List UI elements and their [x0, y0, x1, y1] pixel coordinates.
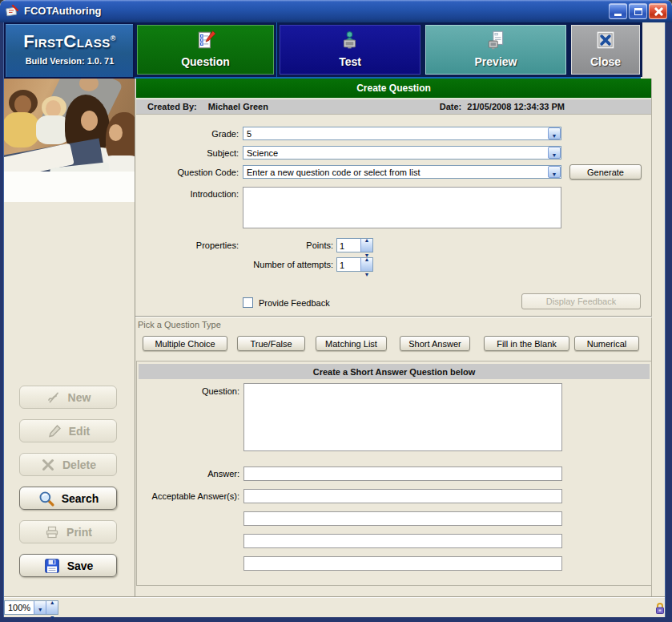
grade-dropdown-button[interactable]: [548, 127, 561, 139]
introduction-label: Introduction:: [136, 189, 239, 199]
sa-answer-field[interactable]: [243, 466, 562, 481]
zoom-control[interactable]: 100%: [4, 600, 58, 615]
points-label: Points:: [240, 240, 333, 250]
window-title: FCOTAuthoring: [24, 0, 102, 22]
short-answer-header: Create a Short Answer Question below: [139, 364, 650, 379]
nav-test-label: Test: [339, 55, 361, 68]
maximize-button[interactable]: [629, 3, 647, 19]
nav-question-label: Question: [181, 55, 230, 68]
minimize-button[interactable]: [609, 3, 627, 19]
spin-up-icon: [364, 231, 370, 245]
type-multiple-choice-button[interactable]: Multiple Choice: [143, 336, 227, 351]
question-code-label: Question Code:: [136, 168, 239, 177]
save-button[interactable]: Save: [19, 554, 117, 577]
lock-icon: [654, 602, 666, 615]
type-fill-in-the-blank-button[interactable]: Fill in the Blank: [484, 336, 569, 351]
subject-label: Subject:: [136, 148, 239, 158]
chevron-down-icon: [552, 127, 557, 141]
delete-button[interactable]: Delete: [19, 453, 117, 476]
delete-x-icon: [40, 457, 56, 473]
sa-acceptable-input-1[interactable]: [244, 491, 561, 504]
spin-up-icon: [50, 593, 55, 608]
sa-acceptable-input-2[interactable]: [244, 514, 561, 527]
nav-question-button[interactable]: Question: [137, 25, 274, 75]
attempts-spin-buttons[interactable]: [360, 258, 372, 271]
search-magnifier-icon: [38, 490, 55, 507]
window-border-right: [665, 22, 672, 622]
question-code-select[interactable]: [243, 165, 561, 179]
sa-answer-input[interactable]: [244, 469, 561, 482]
nav-preview-button[interactable]: Preview: [425, 25, 566, 75]
nav-close-button[interactable]: Close: [571, 25, 640, 75]
provide-feedback-checkbox[interactable]: [243, 297, 253, 308]
grade-select[interactable]: [243, 127, 561, 140]
delete-label: Delete: [62, 458, 96, 471]
sa-acceptable-field-3[interactable]: [243, 534, 562, 548]
build-version: Build Version: 1.0. 71: [6, 56, 133, 66]
close-window-button[interactable]: [649, 3, 667, 19]
maximize-icon: [634, 8, 642, 15]
nav-test-button[interactable]: Test: [280, 25, 421, 75]
meta-bar: Created By: Michael Green Date: 21/05/20…: [136, 99, 651, 115]
nav-close-label: Close: [590, 55, 621, 68]
sa-question-textarea[interactable]: [243, 383, 562, 451]
properties-label: Properties:: [136, 240, 239, 250]
nav-preview-label: Preview: [475, 55, 517, 68]
short-answer-panel: Create a Short Answer Question below Que…: [136, 361, 652, 586]
introduction-textarea[interactable]: [243, 187, 561, 228]
edit-button[interactable]: Edit: [19, 419, 117, 442]
photo-margin: [4, 172, 135, 202]
close-icon: [654, 6, 663, 16]
sa-answer-label: Answer:: [137, 469, 239, 479]
chevron-down-icon: [552, 165, 557, 180]
pick-question-type-label: Pick a Question Type: [138, 320, 221, 329]
new-label: New: [68, 391, 91, 404]
subject-value[interactable]: [243, 147, 546, 159]
zoom-spin-buttons[interactable]: [46, 601, 58, 614]
registered-mark: ®: [111, 34, 116, 42]
attempts-stepper[interactable]: [336, 257, 373, 272]
section-divider: [135, 316, 652, 317]
app-icon: [6, 4, 20, 18]
search-label: Search: [62, 492, 99, 505]
sa-acceptable-input-3[interactable]: [244, 536, 561, 549]
type-matching-list-button[interactable]: Matching List: [316, 336, 387, 351]
created-by-label: Created By:: [147, 102, 197, 111]
display-feedback-button[interactable]: Display Feedback: [521, 293, 641, 309]
chevron-down-icon: [552, 146, 557, 160]
sa-acceptable-field-4[interactable]: [243, 556, 562, 571]
sa-question-label: Question:: [137, 386, 239, 396]
subject-dropdown-button[interactable]: [548, 147, 561, 159]
zoom-value: 100%: [5, 601, 34, 614]
zoom-dropdown-button[interactable]: [34, 601, 46, 614]
grade-value[interactable]: [243, 127, 546, 139]
save-label: Save: [67, 559, 94, 572]
provide-feedback-label: Provide Feedback: [259, 298, 355, 308]
print-label: Print: [66, 526, 92, 539]
sa-acceptable-field-1[interactable]: [243, 489, 562, 503]
question-checklist-icon: [195, 30, 216, 50]
search-button[interactable]: Search: [19, 487, 117, 510]
type-short-answer-button[interactable]: Short Answer: [400, 336, 470, 351]
grade-label: Grade:: [136, 129, 239, 139]
sa-acceptable-field-2[interactable]: [243, 511, 562, 526]
subject-select[interactable]: [243, 146, 561, 160]
points-value[interactable]: [337, 239, 360, 252]
edit-pencil-icon: [46, 423, 62, 439]
print-button[interactable]: Print: [19, 520, 117, 543]
type-numerical-button[interactable]: Numerical: [574, 336, 639, 351]
question-code-value[interactable]: [243, 166, 546, 178]
chevron-down-icon: [38, 600, 43, 615]
statusbar-divider: [4, 596, 665, 598]
generate-button[interactable]: Generate: [569, 164, 642, 180]
preview-document-icon: [485, 30, 506, 50]
sa-acceptable-label: Acceptable Answer(s):: [137, 491, 239, 501]
type-true-false-button[interactable]: True/False: [237, 336, 305, 351]
created-by-value: Michael Green: [208, 102, 268, 111]
attempts-value[interactable]: [337, 258, 360, 271]
sa-acceptable-input-4[interactable]: [244, 559, 561, 572]
question-code-dropdown-button[interactable]: [548, 166, 561, 178]
attempts-label: Number of attempts:: [240, 260, 333, 269]
date-label: Date:: [440, 102, 462, 111]
new-button[interactable]: New: [19, 386, 117, 409]
